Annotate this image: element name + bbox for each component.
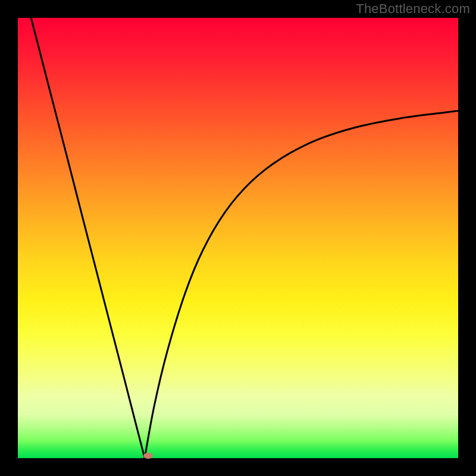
watermark-text: TheBottleneck.com [356,1,470,17]
minimum-marker [143,453,153,459]
bottleneck-curve [31,18,458,458]
plot-area [18,18,458,458]
chart-container: TheBottleneck.com [0,0,476,476]
curve-layer [18,18,458,458]
